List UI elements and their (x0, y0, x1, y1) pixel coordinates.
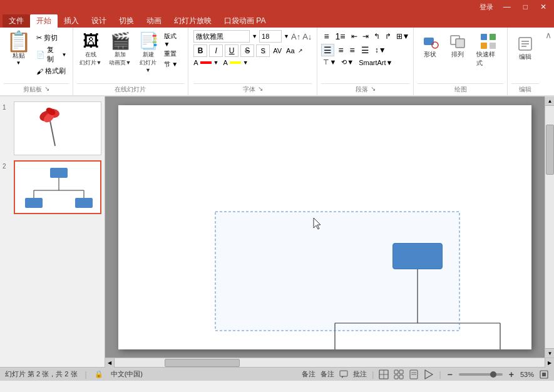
svg-rect-42 (542, 373, 546, 376)
svg-rect-6 (481, 43, 487, 49)
language-indicator[interactable]: 🔒 (95, 370, 103, 378)
increase-indent-btn[interactable]: ⇥ (361, 31, 371, 41)
edit-button[interactable]: 编辑 (511, 33, 539, 64)
menu-item-home[interactable]: 开始 (30, 14, 58, 28)
numbered-list-btn[interactable]: 1≡ (333, 30, 348, 43)
drawing-label: 绘图 (418, 83, 503, 95)
menu-item-insert[interactable]: 插入 (58, 14, 85, 28)
scroll-track-v[interactable] (545, 106, 554, 348)
ribbon: 📋 粘贴 ▼ ✂剪切 📄复制▼ 🖌格式刷 剪贴板↘ (0, 28, 554, 96)
bullet-list-btn[interactable]: ≡ (321, 30, 331, 43)
font-group: ▼ ▼ A↑ A↓ B I U S S AV Aa ↗ A (188, 28, 317, 95)
italic-button[interactable]: I (209, 44, 223, 57)
justify-btn[interactable]: ☰ (359, 44, 372, 56)
normal-view-btn[interactable] (379, 369, 389, 379)
align-center-btn[interactable]: ≡ (336, 44, 346, 56)
scroll-thumb-h[interactable] (165, 359, 240, 367)
font-color-expand[interactable]: ▼ (213, 59, 219, 66)
slide-1-number: 1 (3, 101, 11, 111)
text-case-btn[interactable]: Aa (285, 47, 295, 54)
zoom-slider-thumb[interactable] (490, 371, 496, 378)
copy-button[interactable]: 📄复制▼ (34, 44, 69, 64)
vertical-align-btn[interactable]: ⊤▼ (321, 58, 338, 67)
comments-label[interactable]: 批注 (353, 369, 367, 379)
smartart-btn[interactable]: SmartArt▼ (357, 58, 394, 67)
bold-button[interactable]: B (193, 44, 207, 57)
column-btn[interactable]: ⊞▼ (394, 31, 412, 41)
char-spacing-btn[interactable]: AV (272, 47, 283, 54)
slideshow-btn[interactable] (424, 369, 434, 379)
shadow-button[interactable]: S (256, 44, 270, 57)
font-family-input[interactable] (193, 30, 250, 43)
scroll-up-btn[interactable]: ▲ (545, 96, 554, 106)
font-family-expand[interactable]: ▼ (252, 33, 257, 39)
format-painter-button[interactable]: 🖌格式刷 (34, 66, 69, 76)
increase-font-btn[interactable]: A↑ (291, 32, 300, 41)
layout-button[interactable]: 版式 ▼ (163, 31, 185, 48)
fit-window-btn[interactable] (539, 369, 549, 379)
section-button[interactable]: 节 ▼ (163, 59, 185, 70)
slide-1-thumb[interactable] (14, 101, 101, 155)
svg-rect-34 (399, 370, 403, 374)
login-button[interactable]: 登录 (480, 3, 493, 12)
text-dir-btn[interactable]: ⟲▼ (339, 58, 356, 67)
close-btn[interactable]: ✕ (538, 3, 549, 11)
zoom-out-btn[interactable]: − (446, 369, 454, 379)
menu-item-transitions[interactable]: 切换 (113, 14, 140, 28)
online-slides-button[interactable]: 🖼 在线幻灯片▼ (77, 30, 105, 68)
menu-item-file[interactable]: 文件 (3, 14, 30, 28)
font-size-expand[interactable]: ▼ (284, 33, 289, 39)
zoom-level[interactable]: 53% (520, 371, 534, 378)
ribbon-collapse-btn[interactable]: ∧ (543, 28, 554, 95)
scroll-track-h[interactable] (115, 358, 545, 367)
underline-button[interactable]: U (225, 44, 239, 57)
rtl-btn[interactable]: ↰ (372, 31, 382, 41)
top-box[interactable] (392, 243, 443, 269)
align-left-btn[interactable]: ☰ (321, 44, 334, 56)
font-size-input[interactable] (259, 30, 282, 43)
highlight-expand[interactable]: ▼ (243, 59, 249, 66)
strikethrough-button[interactable]: S (240, 44, 254, 57)
menu-item-slideshow[interactable]: 幻灯片放映 (168, 14, 218, 28)
notes-label[interactable]: 备注 (321, 369, 334, 379)
slide-info: 幻灯片 第 2 张，共 2 张 (5, 369, 78, 379)
zoom-in-btn[interactable]: + (508, 369, 515, 379)
menu-item-animations[interactable]: 动画 (140, 14, 168, 28)
vertical-scrollbar: ▲ ▼ (545, 96, 554, 358)
menu-item-design[interactable]: 设计 (85, 14, 113, 28)
menu-bar: 文件 开始 插入 设计 切换 动画 幻灯片放映 口袋动画 PA (0, 14, 554, 28)
status-separator-3: | (439, 370, 441, 379)
decrease-font-btn[interactable]: A↓ (302, 32, 312, 41)
svg-point-1 (432, 42, 438, 48)
decrease-indent-btn[interactable]: ⇤ (349, 31, 359, 41)
scroll-right-btn[interactable]: ▶ (545, 358, 554, 368)
arrange-button[interactable]: 排列 (445, 30, 470, 61)
cut-button[interactable]: ✂剪切 (34, 33, 69, 43)
slide-canvas[interactable] (118, 105, 531, 349)
add-animation-button[interactable]: 🎬 新加动画页▼ (106, 30, 134, 68)
scroll-left-btn[interactable]: ◀ (105, 358, 115, 368)
slide-sorter-btn[interactable] (394, 369, 404, 379)
menu-item-pocket[interactable]: 口袋动画 PA (218, 14, 272, 28)
paste-button[interactable]: 📋 粘贴 ▼ (4, 30, 33, 83)
slide-2-thumb[interactable] (14, 160, 101, 214)
minimize-btn[interactable]: — (501, 3, 513, 11)
language-label[interactable]: 中文(中国) (111, 369, 143, 379)
maximize-btn[interactable]: □ (521, 3, 530, 11)
expand-font[interactable]: ↗ (298, 48, 303, 54)
line-spacing-btn[interactable]: ↕▼ (373, 45, 388, 55)
comments-btn[interactable] (339, 370, 348, 379)
new-slide-button[interactable]: 📑 新建幻灯片▼ (136, 30, 161, 75)
scroll-thumb-v[interactable] (546, 125, 554, 175)
quick-style-button[interactable]: 快速样式 (473, 30, 503, 70)
ltr-btn[interactable]: ↱ (383, 31, 393, 41)
align-right-btn[interactable]: ≡ (347, 44, 357, 56)
cursor-indicator (312, 217, 325, 234)
zoom-slider-track[interactable] (459, 373, 503, 376)
reading-view-btn[interactable] (409, 369, 419, 379)
notes-btn[interactable]: 备注 (302, 369, 315, 379)
scroll-down-btn[interactable]: ▼ (545, 348, 554, 358)
svg-rect-23 (75, 198, 93, 208)
reset-button[interactable]: 重置 (163, 49, 185, 59)
shape-button[interactable]: 形状 (418, 30, 443, 61)
